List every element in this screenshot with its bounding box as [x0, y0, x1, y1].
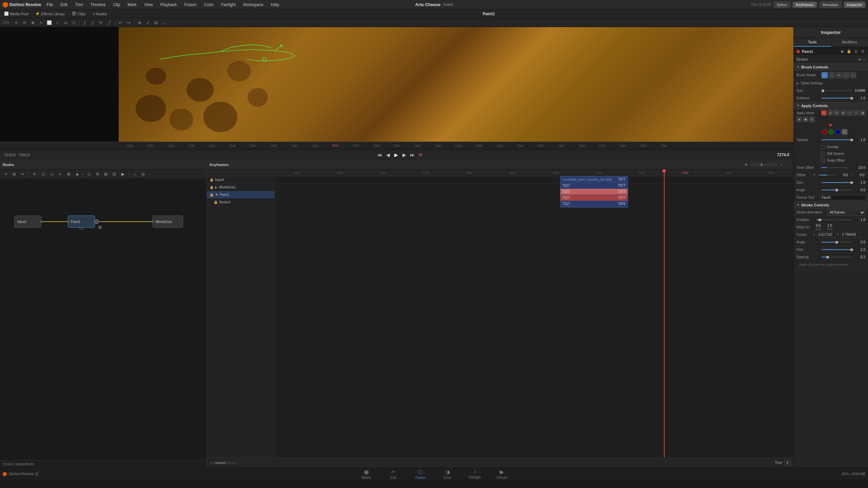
tool-magnet[interactable]: ⊘: [136, 19, 143, 26]
opacity-slider[interactable]: [822, 139, 852, 140]
node-move-btn[interactable]: ⊕: [11, 170, 18, 178]
menu-color[interactable]: Color: [203, 2, 215, 8]
tool-redo[interactable]: ↪: [125, 19, 132, 26]
nodes-canvas[interactable]: Input1 Paint1 ▷◁ MediaOut1: [0, 179, 206, 460]
tool-wire[interactable]: ∿: [37, 19, 45, 26]
node-merge-btn[interactable]: ⬡: [39, 170, 47, 178]
menu-mark[interactable]: Mark: [126, 2, 138, 8]
node-color-btn[interactable]: ◉: [840, 49, 845, 54]
mode-clone-btn[interactable]: ⊕: [841, 110, 846, 116]
tool-rect[interactable]: ▭: [62, 19, 69, 26]
snap-offset-checkbox[interactable]: [821, 159, 825, 163]
shape-circle-btn[interactable]: ○: [822, 72, 828, 78]
tool-undo[interactable]: ↩: [117, 19, 124, 26]
channel-blue-btn[interactable]: [835, 129, 841, 135]
mediaout1-expand[interactable]: ▶: [215, 185, 218, 189]
mode-stamp-btn[interactable]: ⊡: [834, 110, 840, 116]
keyframes-btn[interactable]: Keyframes: [793, 2, 817, 8]
tab-tools[interactable]: Tools: [794, 38, 831, 47]
node-paint-btn[interactable]: ✏: [31, 170, 38, 178]
tool-bezier[interactable]: ∫: [81, 19, 88, 26]
nodes-options-btn[interactable]: ⋯: [198, 162, 204, 167]
node-paint1[interactable]: Paint1 ▷◁: [68, 216, 95, 228]
kf-scroll[interactable]: [210, 462, 237, 464]
shape-rect-btn[interactable]: ▭: [850, 72, 856, 78]
offset-x-slider[interactable]: [819, 175, 836, 176]
tab-modifiers[interactable]: Modifiers: [831, 38, 868, 47]
node-anim-btn[interactable]: ⟲: [94, 170, 101, 178]
stroke-angle-slider[interactable]: [822, 242, 852, 243]
brush-softness-slider[interactable]: [822, 98, 852, 99]
menu-clip[interactable]: Clip: [112, 2, 122, 8]
center-x-value[interactable]: 0.617183: [817, 232, 835, 237]
time-offset-slider[interactable]: [821, 167, 849, 168]
menu-timeline[interactable]: Timeline: [89, 2, 107, 8]
tool-pencil[interactable]: ✏: [97, 19, 105, 26]
mode-blur-btn[interactable]: ≈: [847, 110, 852, 116]
kf-eye-btn[interactable]: 👁: [743, 162, 749, 167]
stroke-controls-section[interactable]: ▼ Stroke Controls: [794, 201, 868, 209]
menu-file[interactable]: File: [45, 2, 54, 8]
stroke-size-slider[interactable]: [822, 249, 852, 250]
mode-merge-btn[interactable]: ◈: [796, 117, 802, 122]
menu-trim[interactable]: Trim: [74, 2, 84, 8]
tool-select[interactable]: ↖: [13, 19, 20, 26]
node-input1[interactable]: Input1: [14, 216, 41, 228]
tool-transform[interactable]: ⤢: [144, 19, 152, 26]
mode-color-btn[interactable]: ◑: [860, 110, 865, 116]
node-select-btn[interactable]: ↗: [2, 170, 9, 178]
skip-to-start-btn[interactable]: ⏮: [376, 151, 383, 158]
tool-patch[interactable]: ⬜: [45, 19, 53, 26]
step-forward-btn[interactable]: ▶: [401, 151, 408, 158]
tool-poly[interactable]: ⬡: [70, 19, 77, 26]
shape-pencil-btn[interactable]: ✏: [836, 72, 842, 78]
apply-size-slider[interactable]: [822, 182, 852, 183]
media-pool-btn[interactable]: ⬜ Media Pool: [3, 11, 30, 16]
nav-edit[interactable]: ✂ Edit: [380, 468, 407, 480]
node-audio-btn[interactable]: ♪: [131, 170, 138, 178]
node-track-btn[interactable]: ⊡: [111, 170, 118, 178]
source-tool-input[interactable]: [820, 195, 866, 200]
app-logo[interactable]: DaVinci Resolve: [3, 2, 41, 7]
menu-view[interactable]: View: [143, 2, 154, 8]
channel-red-btn[interactable]: [822, 129, 827, 135]
effects-library-btn[interactable]: ⚡ Effects Library: [34, 11, 66, 16]
inspector-btn[interactable]: Inspector: [844, 2, 865, 8]
tablet-settings-row[interactable]: ▶ Tablet Settings: [794, 80, 868, 87]
duration-slider[interactable]: [816, 219, 852, 220]
node-cut-btn[interactable]: ✂: [19, 170, 26, 178]
apply-controls-section[interactable]: ▼ Apply Controls: [794, 102, 868, 109]
kf-tracks-area[interactable]: 6400 6500 6600 6700 6800 6900 7000 7100 …: [275, 169, 793, 458]
nav-deliver[interactable]: ▶ Deliver: [488, 468, 515, 480]
brush-controls-section[interactable]: ▼ Brush Controls: [794, 63, 868, 71]
mode-track-btn[interactable]: ⊟: [809, 117, 815, 122]
mode-emboss-btn[interactable]: ▣: [803, 117, 808, 122]
node-view-btn[interactable]: ⊞: [102, 170, 110, 178]
node-render-btn[interactable]: ▶: [119, 170, 126, 178]
paint1-expand[interactable]: ▼: [215, 193, 218, 197]
nav-fusion[interactable]: ⬡ Fusion: [407, 468, 434, 480]
brush-size-slider[interactable]: [822, 90, 852, 91]
menu-workspace[interactable]: Workspace: [242, 2, 265, 8]
stroke-animation-select[interactable]: All frames Write On Write Off: [827, 209, 865, 216]
shape-square-btn[interactable]: □: [829, 72, 835, 78]
kf-options-btn[interactable]: ⋯: [785, 162, 791, 167]
menu-fusion[interactable]: Fusion: [183, 2, 198, 8]
node-bg-btn[interactable]: ▭: [48, 170, 55, 178]
mode-paint-btn[interactable]: ✏: [821, 110, 827, 116]
menu-playback[interactable]: Playback: [159, 2, 178, 8]
apply-angle-slider[interactable]: [822, 189, 852, 190]
center-y-value[interactable]: 0.796493: [840, 232, 859, 237]
node-comp-btn[interactable]: ◈: [73, 170, 81, 178]
nav-media[interactable]: ▣ Media: [353, 468, 380, 480]
menu-fairlight[interactable]: Fairlight: [220, 2, 237, 8]
tool-warp[interactable]: ⊟: [152, 19, 160, 26]
step-back-btn[interactable]: ◀: [384, 151, 391, 158]
skip-to-end-btn[interactable]: ⏭: [409, 151, 416, 158]
menu-help[interactable]: Help: [270, 2, 281, 8]
shape-soft-btn[interactable]: ◌: [843, 72, 849, 78]
nav-fairlight[interactable]: ♪ Fairlight: [461, 468, 488, 480]
node-fx-btn[interactable]: ⚙: [65, 170, 72, 178]
tool-brush[interactable]: ✏: [21, 19, 28, 26]
node-pass-btn[interactable]: ⊟: [853, 49, 859, 54]
